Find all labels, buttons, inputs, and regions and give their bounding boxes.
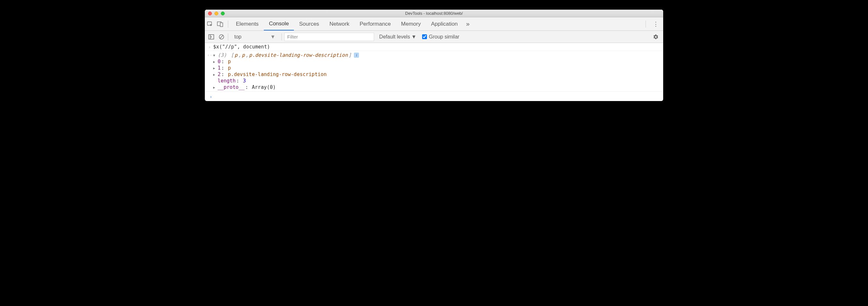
console-body: › $x("//p", document) ‹· ▼ (3) [ p, p, p… [205, 43, 663, 101]
tabs-overflow-icon[interactable]: » [463, 20, 473, 28]
separator [228, 21, 228, 28]
value: 3 [243, 78, 246, 84]
console-prompt-row[interactable]: › [205, 92, 663, 101]
more-menu-icon[interactable]: ⋮ [648, 21, 663, 28]
dropdown-arrow-icon: ▼ [411, 34, 416, 40]
clear-console-icon[interactable] [218, 33, 225, 41]
tab-sources[interactable]: Sources [294, 17, 324, 30]
value: p [228, 59, 231, 64]
group-similar-label: Group similar [429, 34, 459, 40]
titlebar: DevTools - localhost:8080/web/ [205, 10, 663, 17]
svg-line-6 [220, 35, 223, 38]
summary-item: p.devsite-landing-row-description [249, 52, 348, 58]
console-output-row: ‹· ▼ (3) [ p, p, p.devsite-landing-row-d… [205, 51, 663, 92]
dropdown-arrow-icon: ▼ [270, 34, 275, 40]
console-input-row: › $x("//p", document) [205, 43, 663, 51]
window-title: DevTools - localhost:8080/web/ [205, 11, 663, 16]
array-item[interactable]: ▶ 1: p [213, 65, 661, 71]
output-indicator-icon: ‹· [206, 52, 213, 57]
device-toolbar-icon[interactable] [217, 21, 224, 28]
key: length [218, 78, 236, 84]
disclosure-triangle-open-icon[interactable]: ▼ [213, 54, 217, 57]
tab-network[interactable]: Network [324, 17, 354, 30]
value: p [228, 65, 231, 71]
disclosure-triangle-icon[interactable]: ▶ [213, 60, 217, 63]
traffic-lights [208, 11, 225, 16]
index: 1 [218, 65, 220, 71]
select-element-icon[interactable] [207, 21, 214, 28]
summary-item: p [235, 52, 238, 58]
array-item[interactable]: ▶ 0: p [213, 58, 661, 65]
summary-item: p [242, 52, 245, 58]
context-label: top [234, 34, 241, 40]
array-item[interactable]: ▶ 2: p.devsite-landing-row-description [213, 71, 661, 78]
levels-label: Default levels [379, 34, 410, 40]
value: p.devsite-landing-row-description [228, 72, 327, 77]
bracket: [ [231, 52, 234, 58]
toggle-sidebar-icon[interactable] [207, 33, 215, 41]
bracket: ] [348, 52, 351, 58]
tab-memory[interactable]: Memory [396, 17, 426, 30]
info-icon[interactable]: i [354, 53, 359, 58]
log-levels-selector[interactable]: Default levels ▼ [377, 34, 416, 40]
console-settings-icon[interactable] [653, 34, 661, 40]
index: 2 [218, 72, 220, 77]
disclosure-triangle-icon[interactable]: ▶ [213, 86, 217, 89]
svg-rect-2 [220, 23, 223, 27]
tab-console[interactable]: Console [264, 17, 294, 30]
main-tabbar: Elements Console Sources Network Perform… [205, 17, 663, 31]
console-input-text: $x("//p", document) [213, 44, 661, 50]
result-summary[interactable]: ▼ (3) [ p, p, p.devsite-landing-row-desc… [213, 52, 661, 58]
tab-elements[interactable]: Elements [231, 17, 264, 30]
filter-input[interactable] [284, 33, 374, 41]
disclosure-triangle-icon[interactable]: ▶ [213, 73, 217, 76]
proto-property[interactable]: ▶ __proto__: Array(0) [213, 84, 661, 90]
key: __proto__ [218, 84, 245, 90]
prompt-icon: › [207, 94, 214, 99]
separator [646, 21, 646, 28]
zoom-window-button[interactable] [221, 11, 225, 16]
context-selector[interactable]: top ▼ [231, 34, 279, 40]
index: 0 [218, 59, 220, 64]
length-property[interactable]: ▶ length: 3 [213, 78, 661, 84]
array-count: (3) [218, 52, 227, 58]
minimize-window-button[interactable] [214, 11, 218, 16]
console-toolbar: top ▼ Default levels ▼ Group similar [205, 31, 663, 43]
value: Array(0) [252, 84, 276, 90]
disclosure-triangle-icon[interactable]: ▶ [213, 66, 217, 70]
tab-performance[interactable]: Performance [354, 17, 396, 30]
group-similar-input[interactable] [422, 34, 427, 39]
devtools-window: DevTools - localhost:8080/web/ Elements … [205, 10, 663, 101]
close-window-button[interactable] [208, 11, 212, 16]
group-similar-checkbox[interactable]: Group similar [419, 34, 459, 40]
tab-application[interactable]: Application [426, 17, 463, 30]
input-prompt-icon: › [206, 44, 213, 49]
